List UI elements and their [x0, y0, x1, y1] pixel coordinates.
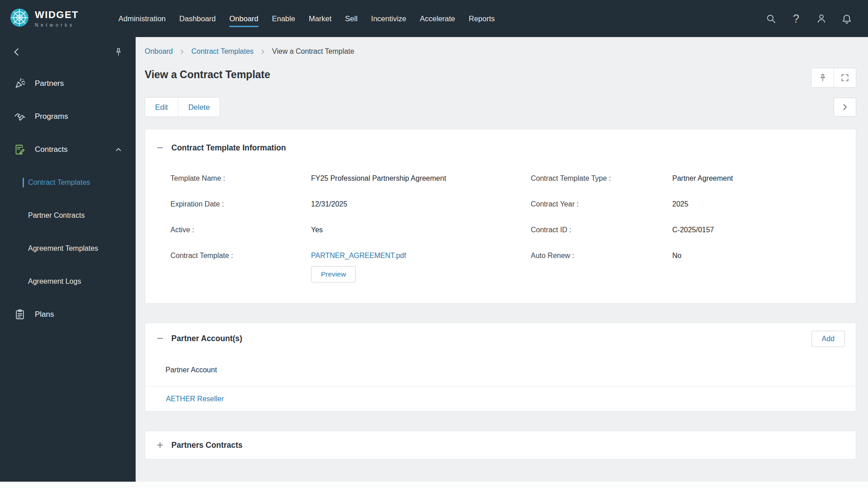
sidebar-subitem-contract-templates[interactable]: Contract Templates: [0, 166, 136, 199]
breadcrumb-chevron-icon: [259, 48, 266, 55]
breadcrumb: OnboardContract TemplatesView a Contract…: [136, 37, 868, 56]
record-actions-row: Edit Delete: [145, 97, 856, 117]
fullscreen-button[interactable]: [834, 68, 856, 87]
partner-accounts-card: Partner Account(s) Add Partner Account A…: [145, 323, 856, 412]
sidebar-item-plans[interactable]: Plans: [0, 298, 136, 331]
top-nav-item-enable[interactable]: Enable: [272, 12, 295, 26]
top-bar: WIDGET Networks AdministrationDashboardO…: [0, 0, 868, 37]
field-value: C-2025/0157: [672, 218, 845, 244]
active-indicator: [23, 178, 24, 188]
partner-account-column-header: Partner Account: [145, 366, 856, 386]
expand-section-icon[interactable]: [156, 441, 164, 449]
sidebar-subitem-label: Contract Templates: [28, 178, 90, 187]
pin-page-button[interactable]: [811, 68, 834, 87]
edit-button[interactable]: Edit: [145, 98, 178, 117]
contract-template-file-link[interactable]: PARTNER_AGREEMENT.pdf: [311, 252, 406, 259]
notifications-icon[interactable]: [841, 13, 853, 24]
field-value: Partner Agreement: [672, 166, 845, 192]
top-bar-icons: ?: [765, 13, 868, 24]
partner-account-row: AETHER Reseller: [145, 386, 856, 411]
partner-account-rows: AETHER Reseller: [145, 386, 856, 411]
field-value: No: [672, 244, 845, 282]
field-label: Contract Template :: [170, 244, 311, 282]
collapse-section-icon[interactable]: [156, 334, 164, 343]
sidebar-item-contracts[interactable]: Contracts: [0, 133, 136, 166]
brand: WIDGET Networks: [0, 8, 118, 29]
search-icon[interactable]: [765, 13, 777, 24]
sidebar-item-label: Partners: [35, 79, 64, 88]
sidebar-collapse-icon[interactable]: [12, 47, 22, 57]
breadcrumb-item-contract-templates[interactable]: Contract Templates: [191, 47, 254, 56]
field-label: Contract Template Type :: [531, 166, 672, 192]
top-nav-item-sell[interactable]: Sell: [345, 12, 358, 26]
sidebar-subitem-label: Agreement Templates: [28, 244, 98, 253]
sidebar-item-label: Plans: [35, 310, 54, 319]
sidebar-subitem-agreement-templates[interactable]: Agreement Templates: [0, 232, 136, 265]
sidebar-item-partners[interactable]: Partners: [0, 67, 136, 100]
breadcrumb-item-onboard[interactable]: Onboard: [145, 47, 173, 56]
card-title: Contract Template Information: [171, 143, 286, 153]
main-content: OnboardContract TemplatesView a Contract…: [136, 37, 868, 482]
breadcrumb-item-view-a-contract-template: View a Contract Template: [272, 47, 354, 56]
sidebar-item-programs[interactable]: Programs: [0, 100, 136, 133]
card-header: Partner Account(s): [145, 323, 856, 343]
field-label: Auto Renew :: [531, 244, 672, 282]
card-title: Partners Contracts: [171, 441, 243, 450]
collapse-section-icon[interactable]: [156, 144, 164, 152]
breadcrumb-chevron-icon: [179, 48, 185, 55]
brand-name: WIDGET: [35, 10, 79, 20]
sidebar-menu: PartnersProgramsContractsContract Templa…: [0, 67, 136, 331]
top-nav-item-onboard[interactable]: Onboard: [229, 12, 258, 26]
field-label: Template Name :: [170, 166, 311, 192]
partners-contracts-card: Partners Contracts: [145, 431, 856, 460]
page-title: View a Contract Template: [145, 69, 868, 81]
field-label: Active :: [170, 218, 311, 244]
contract-template-information-card: Contract Template Information Template N…: [145, 129, 856, 304]
delete-button[interactable]: Delete: [178, 98, 220, 117]
card-title: Partner Account(s): [171, 334, 242, 343]
field-label: Expiration Date :: [170, 192, 311, 218]
top-nav-item-accelerate[interactable]: Accelerate: [420, 12, 455, 26]
add-partner-account-button[interactable]: Add: [811, 331, 845, 347]
page-action-buttons: [811, 68, 856, 88]
field-value: 12/31/2025: [311, 192, 531, 218]
sidebar-item-label: Programs: [35, 112, 68, 121]
preview-button[interactable]: Preview: [311, 266, 356, 282]
sidebar-subitem-partner-contracts[interactable]: Partner Contracts: [0, 199, 136, 232]
top-nav-item-incentivize[interactable]: Incentivize: [371, 12, 406, 26]
sidebar: PartnersProgramsContractsContract Templa…: [0, 37, 136, 482]
contracts-icon: [14, 143, 26, 155]
programs-icon: [14, 110, 26, 122]
sidebar-item-label: Contracts: [35, 145, 68, 154]
top-nav: AdministrationDashboardOnboardEnableMark…: [118, 12, 495, 26]
card-header: Contract Template Information: [145, 129, 856, 153]
user-icon[interactable]: [816, 13, 827, 24]
plans-icon: [14, 308, 26, 320]
chevron-up-icon: [114, 145, 123, 154]
field-label: Contract ID :: [531, 218, 672, 244]
next-record-button[interactable]: [834, 98, 856, 117]
top-nav-item-market[interactable]: Market: [309, 12, 331, 26]
partners-icon: [14, 77, 26, 89]
help-icon[interactable]: ?: [790, 13, 802, 24]
sidebar-header: [0, 37, 136, 67]
field-value: 2025: [672, 192, 845, 218]
field-value: FY25 Professional Partnership Agreement: [311, 166, 531, 192]
sidebar-subitem-agreement-logs[interactable]: Agreement Logs: [0, 265, 136, 298]
field-label: Contract Year :: [531, 192, 672, 218]
pin-icon[interactable]: [114, 47, 123, 56]
top-nav-item-reports[interactable]: Reports: [469, 12, 495, 26]
field-value: PARTNER_AGREEMENT.pdfPreview: [311, 244, 531, 282]
brand-globe-icon: [10, 8, 29, 29]
page-bottom: [0, 482, 868, 488]
brand-subtitle: Networks: [35, 22, 79, 28]
contract-info-fields: Template Name :FY25 Professional Partner…: [170, 166, 845, 303]
top-nav-item-administration[interactable]: Administration: [118, 12, 166, 26]
record-actions: Edit Delete: [145, 97, 220, 117]
field-value: Yes: [311, 218, 531, 244]
sidebar-subitem-label: Agreement Logs: [28, 277, 81, 286]
top-nav-item-dashboard[interactable]: Dashboard: [179, 12, 216, 26]
partner-account-link[interactable]: AETHER Reseller: [166, 395, 224, 403]
sidebar-subitem-label: Partner Contracts: [28, 211, 85, 220]
